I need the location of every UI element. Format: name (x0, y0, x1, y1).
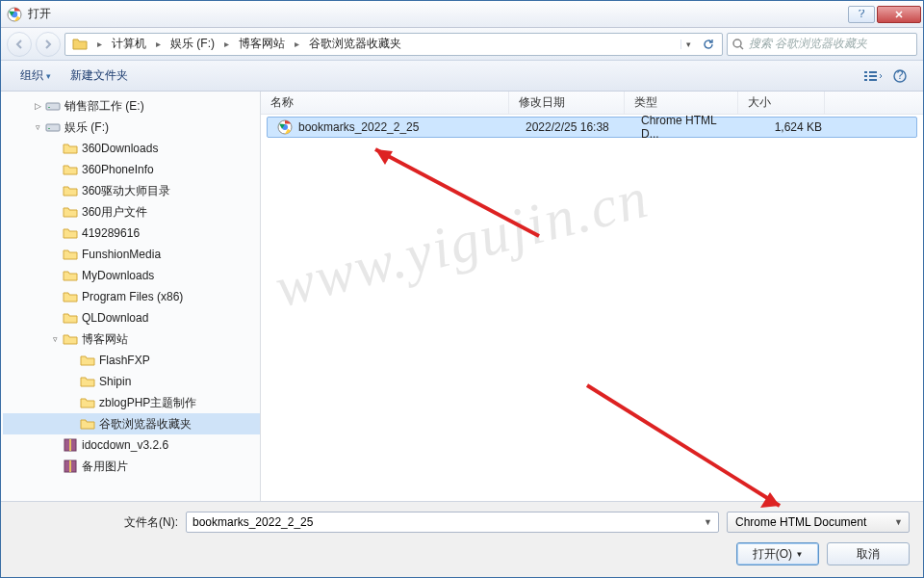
crumb-2[interactable]: 博客网站 (235, 36, 289, 52)
tree-label: zblogPHP主题制作 (99, 395, 196, 411)
forward-button[interactable] (36, 32, 61, 57)
column-headers[interactable]: 名称 修改日期 类型 大小 (261, 92, 923, 115)
close-button[interactable] (877, 6, 921, 23)
expand-icon[interactable] (66, 418, 78, 430)
expand-icon[interactable] (49, 185, 61, 197)
filename-value: bookmarks_2022_2_25 (192, 515, 313, 529)
tree-label: Shipin (99, 375, 131, 388)
file-row[interactable]: bookmarks_2022_2_252022/2/25 16:38Chrome… (267, 117, 917, 138)
breadcrumb-dropdown[interactable]: ▾ (680, 39, 696, 49)
tree-item[interactable]: 谷歌浏览器收藏夹 (3, 413, 260, 434)
expand-icon[interactable] (49, 460, 61, 472)
folder-icon (63, 141, 78, 156)
tree-item[interactable]: 360Downloads (3, 138, 260, 159)
col-type[interactable]: 类型 (625, 92, 738, 114)
col-name[interactable]: 名称 (261, 92, 509, 114)
help-button[interactable]: ? (848, 6, 875, 23)
filename-input[interactable]: bookmarks_2022_2_25 ▼ (186, 512, 719, 533)
tree-label: FunshionMedia (82, 248, 161, 261)
expand-icon[interactable] (49, 249, 61, 260)
chrome-icon (7, 7, 22, 22)
expand-icon[interactable] (49, 270, 61, 281)
folder-icon (80, 416, 95, 432)
refresh-icon[interactable] (698, 38, 719, 51)
tree-item[interactable]: 360用户文件 (3, 201, 260, 223)
expand-icon[interactable] (66, 397, 78, 408)
folder-tree[interactable]: ▷销售部工作 (E:)▿娱乐 (F:)360Downloads360PhoneI… (1, 92, 261, 501)
expand-icon[interactable] (49, 143, 61, 154)
folder-icon (80, 374, 95, 389)
svg-text:?: ? (897, 69, 904, 82)
newfolder-button[interactable]: 新建文件夹 (61, 65, 138, 87)
filetype-filter[interactable]: Chrome HTML Document ▼ (727, 512, 910, 533)
expand-icon[interactable] (49, 227, 61, 239)
folder-icon (80, 395, 95, 410)
cancel-button[interactable]: 取消 (827, 542, 910, 565)
svg-rect-7 (869, 71, 877, 73)
search-placeholder: 搜索 谷歌浏览器收藏夹 (749, 36, 867, 52)
drive-icon (45, 119, 61, 135)
help-icon[interactable]: ? (886, 66, 913, 87)
chrome-icon (277, 119, 293, 135)
tree-item[interactable]: FunshionMedia (3, 244, 260, 265)
tree-item[interactable]: idocdown_v3.2.6 (3, 434, 260, 456)
tree-item[interactable]: 360PhoneInfo (3, 159, 260, 180)
chevron-down-icon[interactable]: ▼ (704, 517, 712, 527)
tree-label: 419289616 (82, 226, 140, 240)
svg-rect-14 (46, 124, 60, 131)
svg-rect-5 (864, 75, 867, 77)
expand-icon[interactable]: ▷ (32, 100, 43, 112)
col-size[interactable]: 大小 (738, 92, 825, 114)
search-input[interactable]: 搜索 谷歌浏览器收藏夹 (727, 33, 917, 56)
tree-label: idocdown_v3.2.6 (82, 438, 168, 452)
col-date[interactable]: 修改日期 (509, 92, 625, 114)
search-icon (732, 38, 745, 51)
nav-row: ▸ 计算机 ▸ 娱乐 (F:) ▸ 博客网站 ▸ 谷歌浏览器收藏夹 ▾ 搜索 谷… (1, 28, 923, 61)
folder-icon (63, 247, 78, 262)
expand-icon[interactable]: ▿ (32, 121, 43, 133)
breadcrumb[interactable]: ▸ 计算机 ▸ 娱乐 (F:) ▸ 博客网站 ▸ 谷歌浏览器收藏夹 ▾ (64, 33, 723, 56)
expand-icon[interactable] (66, 355, 78, 366)
file-date: 2022/2/25 16:38 (516, 120, 631, 134)
tree-label: 娱乐 (F:) (64, 119, 109, 136)
tree-item[interactable]: ▿娱乐 (F:) (3, 117, 260, 138)
expand-icon[interactable] (49, 312, 61, 324)
svg-rect-15 (48, 128, 50, 129)
expand-icon[interactable] (66, 376, 78, 387)
folder-icon (63, 331, 78, 347)
expand-icon[interactable] (49, 206, 61, 218)
organize-menu[interactable]: 组织 (11, 65, 61, 87)
tree-item[interactable]: 419289616 (3, 223, 260, 244)
back-button[interactable] (7, 32, 32, 57)
chevron-down-icon[interactable]: ▼ (894, 517, 903, 527)
crumb-3[interactable]: 谷歌浏览器收藏夹 (305, 36, 405, 52)
expand-icon[interactable] (49, 291, 61, 302)
tree-item[interactable]: ▿博客网站 (3, 328, 260, 350)
tree-label: 博客网站 (82, 331, 128, 348)
tree-item[interactable]: Shipin (3, 371, 260, 392)
tree-item[interactable]: 360驱动大师目录 (3, 180, 260, 201)
folder-icon (63, 204, 78, 220)
tree-item[interactable]: zblogPHP主题制作 (3, 392, 260, 413)
bottom-panel: 文件名(N): bookmarks_2022_2_25 ▼ Chrome HTM… (1, 501, 923, 577)
file-name: bookmarks_2022_2_25 (298, 120, 419, 134)
file-pane: 名称 修改日期 类型 大小 bookmarks_2022_2_252022/2/… (261, 92, 923, 501)
crumb-1[interactable]: 娱乐 (F:) (167, 36, 218, 52)
archive-icon (63, 437, 78, 453)
expand-icon[interactable] (49, 164, 61, 175)
open-button[interactable]: 打开(O) ▼ (736, 542, 819, 565)
crumb-0[interactable]: 计算机 (108, 36, 150, 52)
view-options-button[interactable] (860, 66, 886, 87)
expand-icon[interactable] (49, 439, 61, 451)
tree-item[interactable]: MyDownloads (3, 265, 260, 286)
expand-icon[interactable]: ▿ (49, 333, 61, 345)
file-list[interactable]: bookmarks_2022_2_252022/2/25 16:38Chrome… (261, 115, 923, 501)
tree-label: 360PhoneInfo (82, 163, 154, 176)
tree-item[interactable]: 备用图片 (3, 456, 260, 477)
folder-icon (63, 162, 78, 177)
tree-item[interactable]: QLDownload (3, 307, 260, 328)
folder-icon (63, 225, 78, 241)
tree-item[interactable]: Program Files (x86) (3, 286, 260, 307)
tree-item[interactable]: ▷销售部工作 (E:) (3, 95, 260, 117)
tree-item[interactable]: FlashFXP (3, 350, 260, 371)
